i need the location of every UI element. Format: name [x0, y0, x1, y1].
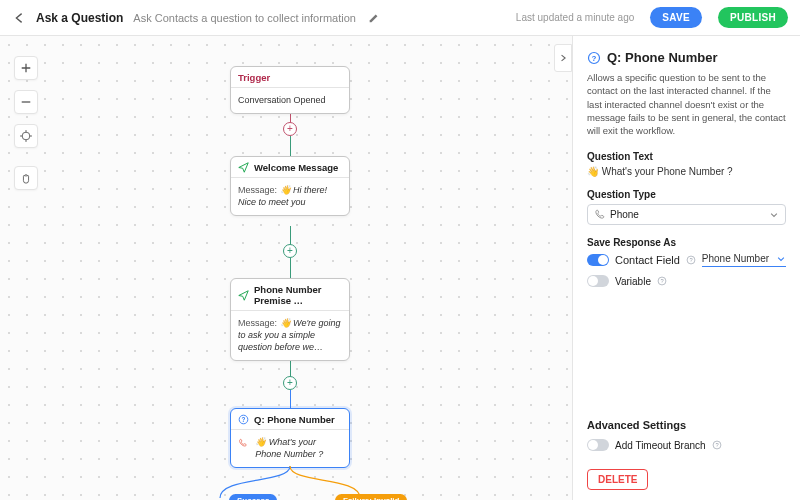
branch-success[interactable]: Success	[229, 494, 277, 500]
connector	[290, 226, 291, 246]
phone-icon	[594, 209, 605, 220]
help-icon[interactable]	[712, 440, 722, 450]
node-body: 👋 What's your Phone Number ?	[231, 429, 349, 467]
add-step-button[interactable]: +	[283, 376, 297, 390]
connector	[290, 258, 291, 278]
panel-description: Allows a specific question to be sent to…	[587, 71, 786, 137]
branch-failure[interactable]: Failure: Invalid	[335, 494, 407, 500]
node-phone-premise[interactable]: Phone Number Premise … Message: 👋 We're …	[230, 278, 350, 361]
node-body: Message: 👋 We're going to ask you a simp…	[231, 310, 349, 360]
advanced-settings-label: Advanced Settings	[587, 419, 786, 431]
connector	[290, 136, 291, 156]
workflow-canvas[interactable]: + + + Trigger Conversation Opened Welcom…	[0, 36, 572, 500]
question-icon	[587, 51, 601, 65]
zoom-in-button[interactable]	[14, 56, 38, 80]
send-icon	[238, 290, 249, 301]
question-text-label: Question Text	[587, 151, 786, 162]
back-icon[interactable]	[12, 11, 26, 25]
panel-title: Q: Phone Number	[587, 50, 786, 65]
node-title: Trigger	[238, 72, 270, 83]
variable-label: Variable	[615, 276, 651, 287]
properties-panel: Q: Phone Number Allows a specific questi…	[572, 36, 800, 500]
save-response-label: Save Response As	[587, 237, 786, 248]
help-icon[interactable]	[686, 255, 696, 265]
chevron-down-icon	[776, 254, 786, 264]
send-icon	[238, 162, 249, 173]
node-welcome-message[interactable]: Welcome Message Message: 👋 Hi there! Nic…	[230, 156, 350, 216]
help-icon[interactable]	[657, 276, 667, 286]
node-question-phone[interactable]: Q: Phone Number 👋 What's your Phone Numb…	[230, 408, 350, 468]
phone-icon	[238, 436, 247, 450]
delete-button[interactable]: DELETE	[587, 469, 648, 490]
contact-field-toggle[interactable]	[587, 254, 609, 266]
question-text-value[interactable]: 👋 What's your Phone Number ?	[587, 166, 786, 177]
node-trigger[interactable]: Trigger Conversation Opened	[230, 66, 350, 114]
contact-field-select[interactable]: Phone Number	[702, 252, 786, 267]
node-title: Phone Number Premise …	[254, 284, 342, 306]
save-button[interactable]: SAVE	[650, 7, 702, 28]
question-type-select[interactable]: Phone	[587, 204, 786, 225]
node-body: Message: 👋 Hi there! Nice to meet you	[231, 177, 349, 215]
add-step-button[interactable]: +	[283, 122, 297, 136]
header: Ask a Question Ask Contacts a question t…	[0, 0, 800, 36]
recenter-button[interactable]	[14, 124, 38, 148]
page-title: Ask a Question	[36, 11, 123, 25]
canvas-toolbar	[14, 56, 38, 190]
edit-title-icon[interactable]	[368, 12, 380, 24]
variable-toggle[interactable]	[587, 275, 609, 287]
question-icon	[238, 414, 249, 425]
node-title: Welcome Message	[254, 162, 338, 173]
chevron-down-icon	[769, 210, 779, 220]
publish-button[interactable]: PUBLISH	[718, 7, 788, 28]
question-type-label: Question Type	[587, 189, 786, 200]
zoom-out-button[interactable]	[14, 90, 38, 114]
add-step-button[interactable]: +	[283, 244, 297, 258]
contact-field-label: Contact Field	[615, 254, 680, 266]
page-subtitle: Ask Contacts a question to collect infor…	[133, 12, 356, 24]
pan-button[interactable]	[14, 166, 38, 190]
node-body: Conversation Opened	[231, 87, 349, 113]
last-updated: Last updated a minute ago	[516, 12, 634, 23]
timeout-branch-label: Add Timeout Branch	[615, 440, 706, 451]
connector	[290, 390, 291, 408]
node-title: Q: Phone Number	[254, 414, 335, 425]
timeout-branch-toggle[interactable]	[587, 439, 609, 451]
